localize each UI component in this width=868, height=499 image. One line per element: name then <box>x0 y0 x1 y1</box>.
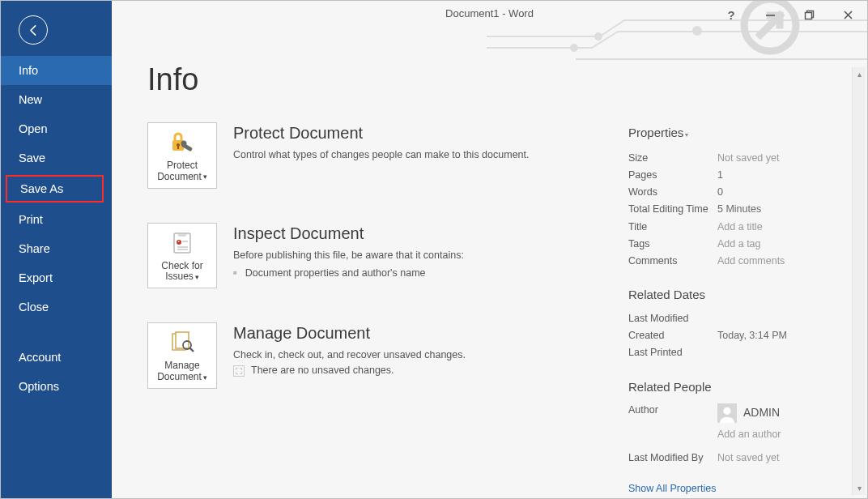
sidebar-item-share[interactable]: Share <box>1 234 112 263</box>
prop-label: Last Modified By <box>628 450 717 467</box>
sidebar-item-print[interactable]: Print <box>1 205 112 234</box>
prop-pages: Pages1 <box>628 167 853 184</box>
big-button-label: Protect Document <box>157 160 202 182</box>
prop-label: Total Editing Time <box>628 201 717 218</box>
sidebar-item-label: Save As <box>20 182 63 195</box>
lock-key-icon <box>168 130 196 156</box>
sidebar-item-close[interactable]: Close <box>1 292 112 322</box>
prop-words: Words0 <box>628 184 853 201</box>
no-changes-icon <box>233 365 245 377</box>
sidebar-item-label: Share <box>19 242 50 255</box>
section-desc: Control what types of changes people can… <box>233 147 530 163</box>
section-desc-text: Before publishing this file, be aware th… <box>233 250 464 261</box>
sidebar-item-save-as[interactable]: Save As <box>6 175 104 203</box>
sidebar-item-export[interactable]: Export <box>1 263 112 292</box>
sidebar-item-info[interactable]: Info <box>1 56 112 85</box>
prop-label: Pages <box>628 167 717 184</box>
protect-document-button[interactable]: Protect Document▾ <box>147 122 217 189</box>
documents-magnifier-icon <box>169 330 195 356</box>
sidebar-item-save[interactable]: Save <box>1 143 112 173</box>
sidebar-item-new[interactable]: New <box>1 85 112 114</box>
minimize-button[interactable] <box>759 6 781 23</box>
prop-size: SizeNot saved yet <box>628 150 853 167</box>
section-desc: Before publishing this file, be aware th… <box>233 248 464 282</box>
section-title: Protect Document <box>233 124 530 143</box>
inspect-bullet: Document properties and author's name <box>233 266 464 281</box>
scroll-down-icon[interactable]: ▾ <box>853 481 866 495</box>
properties-panel: Properties▾ SizeNot saved yet Pages1 Wor… <box>609 62 853 498</box>
sidebar-item-label: New <box>19 93 42 106</box>
prop-label: Tags <box>628 236 717 253</box>
prop-comments-input[interactable]: Add comments <box>717 253 785 270</box>
section-desc-text: Check in, check out, and recover unsaved… <box>233 349 466 360</box>
sidebar-item-options[interactable]: Options <box>1 372 112 401</box>
prop-label: Title <box>628 219 717 236</box>
svg-point-20 <box>723 407 730 415</box>
prop-label: Last Printed <box>628 344 717 361</box>
checklist-icon <box>170 230 194 256</box>
section-desc: Check in, check out, and recover unsaved… <box>233 348 466 378</box>
prop-value: Not saved yet <box>717 450 779 467</box>
prop-value: 5 Minutes <box>717 201 761 218</box>
svg-rect-5 <box>805 12 811 19</box>
sidebar-item-label: Save <box>19 151 45 164</box>
prop-last-printed: Last Printed <box>628 344 853 361</box>
sidebar-item-label: Open <box>19 122 47 135</box>
properties-header-label: Properties <box>628 126 683 139</box>
info-left-column: Protect Document▾ Protect Document Contr… <box>147 62 609 498</box>
check-for-issues-button[interactable]: Check for Issues▾ <box>147 223 217 289</box>
author-block: ADMIN Add an author <box>717 402 781 443</box>
svg-rect-8 <box>177 146 179 149</box>
sidebar-item-label: Options <box>19 380 59 393</box>
show-all-properties-link[interactable]: Show All Properties <box>628 480 716 497</box>
prop-comments: CommentsAdd comments <box>628 253 853 270</box>
close-button[interactable] <box>836 6 859 23</box>
chevron-down-icon: ▾ <box>685 131 688 139</box>
restore-button[interactable] <box>798 6 820 23</box>
related-dates-header: Related Dates <box>628 284 853 305</box>
prop-created: CreatedToday, 3:14 PM <box>628 327 853 344</box>
section-title: Manage Document <box>233 324 466 343</box>
sidebar-item-label: Print <box>19 213 43 226</box>
chevron-down-icon: ▾ <box>203 173 207 181</box>
prop-label: Comments <box>628 253 717 270</box>
big-button-label: Manage Document <box>157 360 202 382</box>
inspect-document-section: Check for Issues▾ Inspect Document Befor… <box>147 223 609 289</box>
svg-point-10 <box>181 141 187 147</box>
svg-point-1 <box>595 33 602 40</box>
section-title: Inspect Document <box>233 224 464 243</box>
backstage-main: Document1 - Word ? Info <box>112 1 867 498</box>
help-button[interactable]: ? <box>720 6 742 23</box>
manage-document-section: Manage Document▾ Manage Document Check i… <box>147 322 609 389</box>
svg-line-19 <box>190 348 194 352</box>
properties-dropdown[interactable]: Properties▾ <box>628 122 853 143</box>
prop-label: Created <box>628 327 717 344</box>
svg-rect-17 <box>176 332 189 348</box>
prop-tags-input[interactable]: Add a tag <box>717 236 761 253</box>
section-body: Protect Document Control what types of c… <box>233 122 530 163</box>
protect-document-section: Protect Document▾ Protect Document Contr… <box>147 122 609 189</box>
back-button[interactable] <box>19 15 48 45</box>
add-author-input[interactable]: Add an author <box>717 426 781 443</box>
prop-tags: TagsAdd a tag <box>628 236 853 253</box>
manage-note: There are no unsaved changes. <box>251 365 394 376</box>
scroll-up-icon[interactable]: ▴ <box>853 67 866 81</box>
arrow-left-icon <box>27 23 40 37</box>
window-controls: ? <box>720 6 859 23</box>
prop-value: Today, 3:14 PM <box>717 327 787 344</box>
svg-point-2 <box>693 27 701 35</box>
prop-last-modified: Last Modified <box>628 310 853 327</box>
info-content: Protect Document▾ Protect Document Contr… <box>147 62 853 498</box>
manage-document-button[interactable]: Manage Document▾ <box>147 322 217 389</box>
section-body: Manage Document Check in, check out, and… <box>233 322 466 378</box>
prop-label: Size <box>628 150 717 167</box>
prop-value: 1 <box>717 167 723 184</box>
author-name[interactable]: ADMIN <box>743 403 780 423</box>
vertical-scrollbar[interactable]: ▴ ▾ <box>852 67 866 495</box>
prop-value: Not saved yet <box>717 150 779 167</box>
sidebar-item-label: Info <box>19 64 38 77</box>
prop-title-input[interactable]: Add a title <box>717 219 763 236</box>
backstage-sidebar: Info New Open Save Save As Print Share E… <box>1 1 112 498</box>
sidebar-item-account[interactable]: Account <box>1 343 112 372</box>
sidebar-item-open[interactable]: Open <box>1 114 112 143</box>
